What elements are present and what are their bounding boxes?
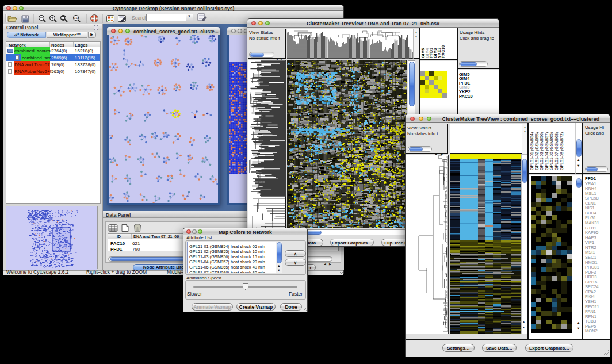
svg-text:1:1: 1:1 [74,17,78,20]
